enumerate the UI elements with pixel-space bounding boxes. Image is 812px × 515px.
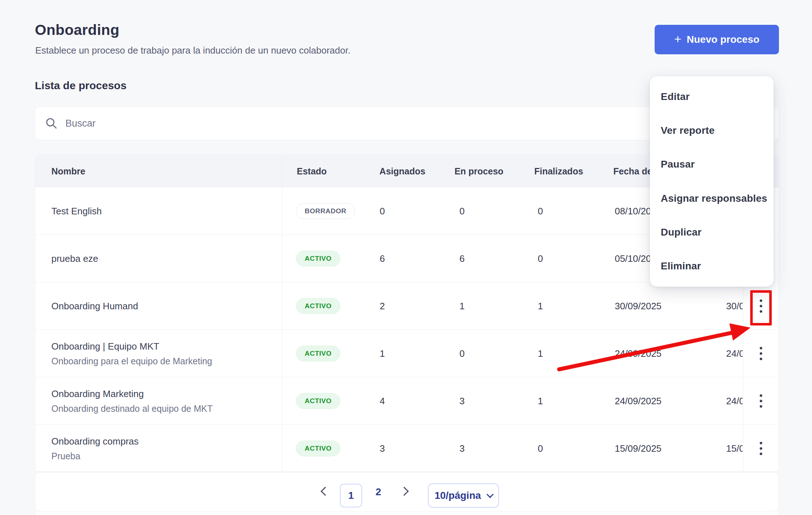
column-header-estado: Estado bbox=[297, 166, 327, 176]
annotation-highlight-box bbox=[750, 290, 772, 325]
row-actions-kebab-icon[interactable] bbox=[757, 391, 765, 410]
table-row: Onboarding comprasPruebaACTIVO33015/09/2… bbox=[35, 424, 779, 471]
finished-count: 0 bbox=[538, 253, 543, 264]
status-badge: BORRADOR bbox=[296, 203, 355, 219]
search-icon bbox=[45, 117, 57, 129]
new-process-button[interactable]: + Nuevo proceso bbox=[655, 25, 779, 54]
status-badge: ACTIVO bbox=[296, 298, 340, 314]
name-cell: Test English bbox=[51, 205, 102, 217]
name-cell: Onboarding Humand bbox=[51, 300, 138, 311]
page-title: Onboarding bbox=[35, 22, 119, 38]
status-badge: ACTIVO bbox=[296, 251, 340, 266]
in-progress-count: 0 bbox=[460, 205, 465, 217]
assigned-count: 6 bbox=[380, 253, 385, 264]
menu-item-eliminar[interactable]: Eliminar bbox=[650, 249, 774, 283]
assigned-count: 3 bbox=[380, 443, 385, 454]
process-description: Onboarding para el equipo de Marketing bbox=[51, 356, 212, 366]
finished-count: 1 bbox=[538, 395, 543, 406]
date-2-clipped: 24/09/2025 bbox=[726, 330, 743, 377]
partial-table-row bbox=[35, 511, 779, 515]
row-context-menu: Editar Ver reporte Pausar Asignar respon… bbox=[650, 76, 774, 287]
name-cell: Onboarding MarketingOnboarding destinado… bbox=[51, 388, 213, 414]
menu-item-editar[interactable]: Editar bbox=[650, 80, 774, 114]
status-badge: ACTIVO bbox=[296, 441, 340, 456]
menu-item-duplicar[interactable]: Duplicar bbox=[650, 215, 774, 249]
page-size-select[interactable]: 10/página bbox=[428, 483, 499, 508]
chevron-down-icon bbox=[486, 491, 494, 498]
process-name: Onboarding | Equipo MKT bbox=[51, 341, 212, 352]
process-name: prueba eze bbox=[51, 253, 98, 264]
row-actions-kebab-icon[interactable] bbox=[757, 344, 765, 363]
date-2-clipped: 24/09/2025 bbox=[726, 377, 743, 424]
assigned-count: 4 bbox=[380, 395, 385, 406]
name-cell: Onboarding | Equipo MKTOnboarding para e… bbox=[51, 341, 212, 366]
finished-count: 1 bbox=[538, 348, 543, 359]
menu-item-ver-reporte[interactable]: Ver reporte bbox=[650, 114, 774, 147]
process-description: Prueba bbox=[51, 451, 139, 461]
page-size-label: 10/página bbox=[434, 490, 481, 501]
column-divider bbox=[282, 511, 282, 515]
date-1: 24/09/2025 bbox=[615, 348, 661, 359]
process-list-heading: Lista de procesos bbox=[35, 79, 126, 92]
finished-count: 1 bbox=[538, 300, 543, 311]
status-badge: ACTIVO bbox=[296, 346, 340, 361]
plus-icon: + bbox=[674, 33, 681, 45]
date-1: 24/09/2025 bbox=[615, 395, 661, 406]
pagination-next-button[interactable] bbox=[401, 488, 407, 496]
chevron-left-icon bbox=[320, 487, 329, 496]
finished-count: 0 bbox=[538, 205, 543, 217]
column-header-fecha: Fecha de bbox=[613, 166, 652, 176]
name-cell: Onboarding comprasPrueba bbox=[51, 436, 139, 461]
table-row: Onboarding | Equipo MKTOnboarding para e… bbox=[35, 329, 779, 377]
menu-item-pausar[interactable]: Pausar bbox=[650, 147, 774, 181]
assigned-count: 2 bbox=[380, 300, 385, 311]
onboarding-page: Onboarding Establece un proceso de traba… bbox=[0, 0, 812, 515]
pagination-page-1-active[interactable]: 1 bbox=[340, 484, 362, 507]
row-actions-kebab-icon[interactable] bbox=[757, 439, 765, 458]
date-1: 15/09/2025 bbox=[615, 443, 661, 454]
in-progress-count: 0 bbox=[460, 348, 465, 359]
column-header-nombre: Nombre bbox=[51, 166, 85, 176]
status-badge: ACTIVO bbox=[296, 393, 340, 409]
pagination-page-2[interactable]: 2 bbox=[375, 486, 381, 498]
assigned-count: 0 bbox=[380, 205, 385, 217]
in-progress-count: 6 bbox=[460, 253, 465, 264]
in-progress-count: 3 bbox=[460, 443, 465, 454]
finished-count: 0 bbox=[538, 443, 543, 454]
column-header-en-proceso: En proceso bbox=[455, 166, 503, 176]
table-row: Onboarding MarketingOnboarding destinado… bbox=[35, 377, 779, 424]
page-subtitle: Establece un proceso de trabajo para la … bbox=[35, 45, 350, 56]
chevron-right-icon bbox=[400, 487, 409, 496]
date-2-clipped: 30/09/2025 bbox=[726, 282, 743, 329]
name-cell: prueba eze bbox=[51, 253, 98, 264]
column-divider bbox=[282, 155, 282, 471]
column-header-asignados: Asignados bbox=[379, 166, 425, 176]
column-header-finalizados: Finalizados bbox=[534, 166, 583, 176]
table-row: Onboarding HumandACTIVO21130/09/202530/0… bbox=[35, 282, 779, 329]
date-2-clipped: 15/09/2025 bbox=[726, 425, 743, 471]
date-1: 30/09/2025 bbox=[615, 300, 661, 311]
process-name: Onboarding Humand bbox=[51, 300, 138, 311]
process-name: Onboarding Marketing bbox=[51, 388, 213, 399]
process-description: Onboarding destinado al equipo de MKT bbox=[51, 403, 213, 414]
process-name: Onboarding compras bbox=[51, 436, 139, 447]
page-number: 1 bbox=[348, 490, 354, 501]
pagination-bar: 1 2 10/página bbox=[35, 472, 779, 511]
in-progress-count: 3 bbox=[460, 395, 465, 406]
in-progress-count: 1 bbox=[460, 300, 465, 311]
menu-item-asignar-responsables[interactable]: Asignar responsables bbox=[650, 182, 774, 215]
process-name: Test English bbox=[51, 205, 102, 217]
pagination-prev-button[interactable] bbox=[322, 488, 328, 496]
assigned-count: 1 bbox=[380, 348, 385, 359]
new-process-label: Nuevo proceso bbox=[687, 34, 759, 45]
